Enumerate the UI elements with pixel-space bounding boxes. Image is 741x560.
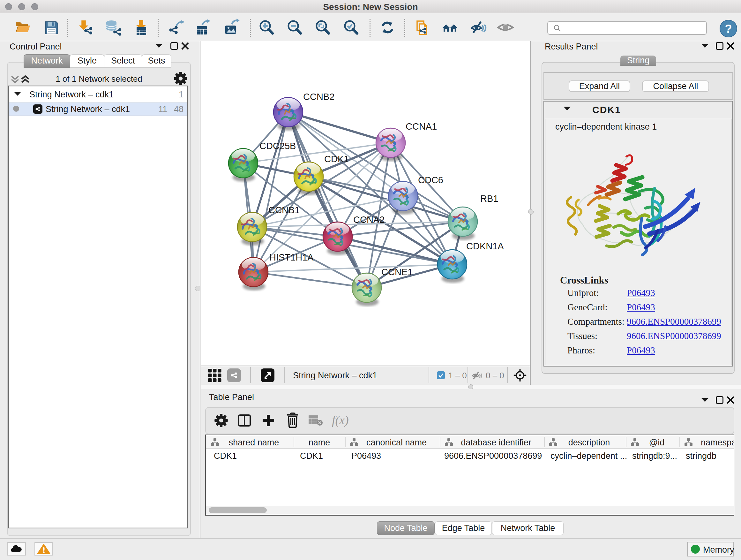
svg-text:CCNA2: CCNA2 <box>353 214 385 225</box>
svg-text:CDK1: CDK1 <box>324 154 349 164</box>
svg-text:CCNB1: CCNB1 <box>268 205 300 215</box>
svg-text:HIST1H1A: HIST1H1A <box>269 252 314 262</box>
svg-text:CDC6: CDC6 <box>418 175 443 185</box>
svg-text:CCNA1: CCNA1 <box>406 121 437 132</box>
svg-text:CCNB2: CCNB2 <box>303 91 334 102</box>
svg-text:CDC25B: CDC25B <box>259 141 296 151</box>
svg-text:RB1: RB1 <box>480 193 498 204</box>
svg-text:CDKN1A: CDKN1A <box>466 241 504 251</box>
svg-text:CCNE1: CCNE1 <box>381 267 413 277</box>
